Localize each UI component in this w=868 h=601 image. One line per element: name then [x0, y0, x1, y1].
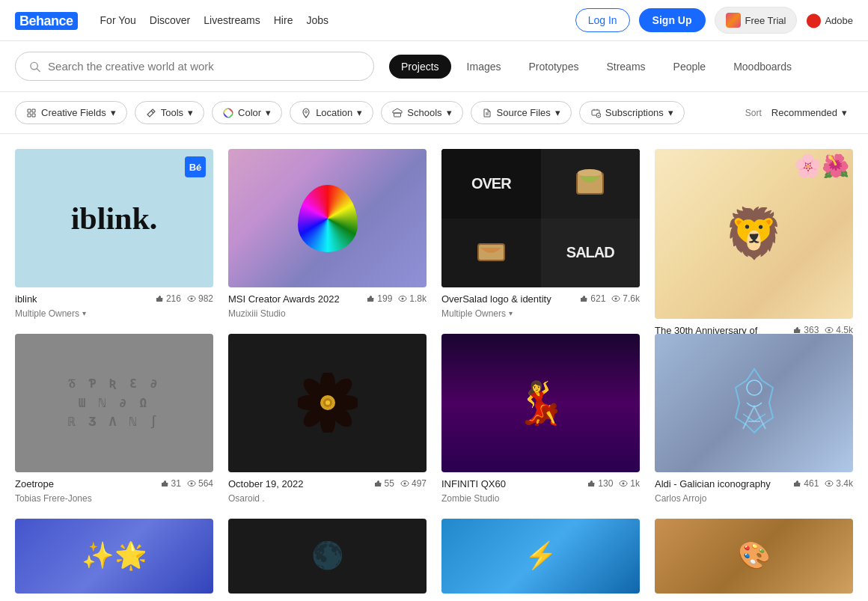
- nav-for-you[interactable]: For You: [100, 14, 136, 26]
- project-card[interactable]: 💃 INFINITI QX60 130 1k: [441, 334, 640, 504]
- nav-jobs[interactable]: Jobs: [306, 14, 328, 26]
- search-icon: [29, 61, 40, 73]
- project-title: INFINITI QX60: [441, 478, 587, 491]
- project-card[interactable]: ✨🌟: [15, 519, 213, 594]
- tools-icon: [146, 108, 156, 118]
- subscriptions-icon: [590, 108, 601, 118]
- like-icon: [366, 294, 375, 303]
- header: Behance For You Discover Livestreams Hir…: [0, 0, 868, 41]
- adobe-icon: ⬤: [806, 12, 821, 28]
- chevron-down-icon: ▾: [842, 107, 847, 118]
- project-stats: 55 497: [373, 478, 427, 489]
- project-author: Multiple Owners ▾: [441, 308, 640, 319]
- free-trial-button[interactable]: Free Trial: [715, 7, 798, 34]
- project-card[interactable]: 🎨: [655, 519, 853, 594]
- like-icon: [792, 479, 801, 488]
- svg-point-18: [615, 298, 617, 300]
- project-thumbnail: 🎨: [655, 519, 853, 594]
- tab-streams[interactable]: Streams: [594, 55, 657, 79]
- sort-section: Sort Recommended ▾: [745, 104, 853, 121]
- like-icon: [373, 479, 382, 488]
- be-badge: Bé: [185, 156, 206, 177]
- project-thumbnail: Ᵹ Ƥ Ʀ Ɛ ∂ Ɯ ℕ ∂ Ω ℝ Ʒ Λ ℕ ∫: [15, 334, 213, 472]
- filter-source-files[interactable]: Source Files ▾: [471, 101, 572, 124]
- project-card[interactable]: 🦁 🌸🌺 The 30th Anniversary of SUNING Chin…: [655, 149, 853, 319]
- project-card[interactable]: OVER: [441, 149, 640, 319]
- project-thumbnail: [228, 334, 427, 472]
- svg-point-11: [190, 298, 192, 300]
- header-actions: Log In Sign Up Free Trial ⬤ Adobe: [575, 7, 853, 34]
- signup-button[interactable]: Sign Up: [639, 8, 706, 32]
- view-icon: [187, 294, 196, 303]
- filter-color[interactable]: Color ▾: [212, 101, 282, 124]
- search-container: Projects Images Prototypes Streams Peopl…: [15, 52, 853, 81]
- nav-livestreams[interactable]: Livestreams: [204, 14, 260, 26]
- project-stats: 216 982: [155, 293, 213, 304]
- tab-people[interactable]: People: [661, 55, 718, 79]
- tab-moodboards[interactable]: Moodboards: [721, 55, 804, 79]
- projects-grid: iblink. Bé iblink 216 982: [15, 149, 853, 594]
- filter-schools[interactable]: Schools ▾: [381, 101, 462, 124]
- svg-line-2: [151, 111, 153, 113]
- project-author: Tobias Frere-Jones: [15, 493, 213, 504]
- sort-button[interactable]: Recommended ▾: [765, 104, 853, 121]
- project-meta: Zoetrope 31 564 Tobias Frere-Jones: [15, 478, 213, 504]
- filters-bar: Creative Fields ▾ Tools ▾ Color ▾ Locati…: [0, 92, 868, 134]
- svg-point-38: [623, 482, 625, 484]
- chevron-down-icon: ▾: [357, 107, 362, 118]
- project-title: Zoetrope: [15, 478, 160, 491]
- search-section: Projects Images Prototypes Streams Peopl…: [0, 41, 868, 92]
- project-card[interactable]: Aldi - Galician iconography 461 3.4k Car: [655, 334, 853, 504]
- tab-prototypes[interactable]: Prototypes: [517, 55, 591, 79]
- project-card[interactable]: MSI Creator Awards 2022 199 1.8k Muzixii: [228, 149, 427, 319]
- tab-images[interactable]: Images: [455, 55, 513, 79]
- login-button[interactable]: Log In: [575, 8, 630, 32]
- tab-projects[interactable]: Projects: [389, 55, 451, 79]
- project-card[interactable]: iblink. Bé iblink 216 982: [15, 149, 213, 319]
- creative-cloud-icon: [726, 13, 741, 28]
- project-thumbnail: ⚡: [441, 519, 640, 594]
- svg-point-9: [596, 113, 601, 118]
- project-author: Zombie Studio: [441, 493, 640, 504]
- project-thumbnail: [228, 149, 427, 287]
- svg-point-39: [747, 380, 762, 395]
- project-thumbnail: [655, 334, 853, 472]
- filter-subscriptions[interactable]: Subscriptions ▾: [579, 101, 685, 124]
- nav-discover[interactable]: Discover: [150, 14, 190, 26]
- filter-creative-fields[interactable]: Creative Fields ▾: [15, 101, 127, 124]
- view-icon: [619, 479, 628, 488]
- chevron-down-icon: ▾: [668, 107, 673, 118]
- filter-tools[interactable]: Tools ▾: [135, 101, 204, 124]
- search-bar: [15, 52, 374, 81]
- project-title: iblink: [15, 293, 155, 306]
- view-icon: [611, 294, 620, 303]
- svg-point-36: [403, 482, 406, 484]
- project-author: Carlos Arrojo: [655, 493, 853, 504]
- project-stats: 130 1k: [587, 478, 640, 489]
- search-input[interactable]: [48, 60, 360, 73]
- color-wheel-graphic: [298, 185, 358, 252]
- like-icon: [160, 479, 169, 488]
- svg-point-13: [402, 298, 404, 300]
- location-icon: [301, 108, 311, 118]
- nav-hire[interactable]: Hire: [274, 14, 293, 26]
- chevron-down-icon: ▾: [266, 107, 271, 118]
- color-icon: [223, 108, 233, 118]
- filter-location[interactable]: Location ▾: [290, 101, 373, 124]
- project-author: Muzixiii Studio: [228, 308, 427, 319]
- project-meta: INFINITI QX60 130 1k Zombie Studio: [441, 478, 640, 504]
- sort-label: Sort: [745, 108, 762, 118]
- svg-point-41: [828, 482, 831, 484]
- project-meta: October 19, 2022 55 497 Osaroid .: [228, 478, 427, 504]
- behance-logo[interactable]: Behance: [15, 12, 78, 29]
- svg-rect-5: [394, 113, 401, 117]
- source-files-icon: [482, 108, 492, 118]
- project-title: MSI Creator Awards 2022: [228, 293, 366, 306]
- adobe-logo[interactable]: ⬤ Adobe: [806, 12, 853, 28]
- project-card[interactable]: 🌑: [228, 519, 427, 594]
- schools-icon: [392, 108, 403, 118]
- project-card[interactable]: October 19, 2022 55 497 Osaroid .: [228, 334, 427, 504]
- svg-line-1: [37, 68, 40, 71]
- project-card[interactable]: Ᵹ Ƥ Ʀ Ɛ ∂ Ɯ ℕ ∂ Ω ℝ Ʒ Λ ℕ ∫ Zoetrope 31: [15, 334, 213, 504]
- project-card[interactable]: ⚡: [441, 519, 640, 594]
